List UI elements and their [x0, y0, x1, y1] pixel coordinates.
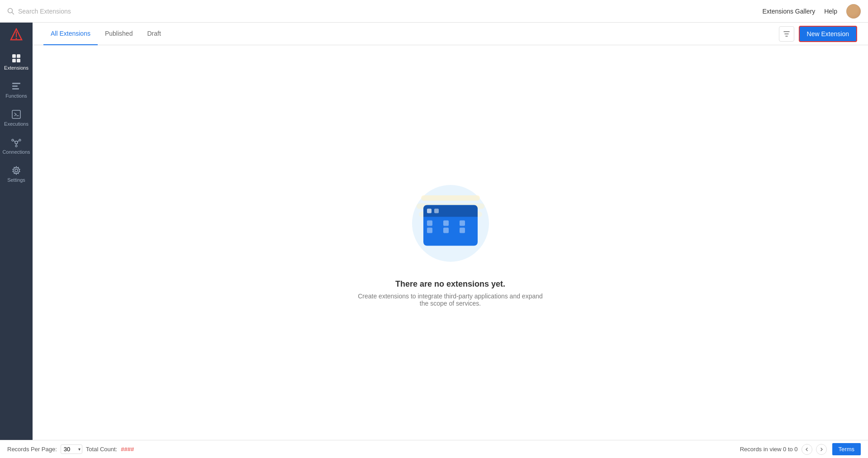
topbar: Extensions Gallery Help — [0, 0, 868, 23]
svg-rect-5 — [12, 54, 16, 58]
terms-button[interactable]: Terms — [832, 443, 861, 455]
sidebar-item-settings[interactable]: Settings — [0, 160, 33, 188]
total-count-label: Total Count: — [86, 446, 117, 453]
footer: Records Per Page: 30 50 100 Total Count:… — [0, 440, 868, 458]
svg-rect-11 — [12, 88, 19, 90]
tabs-bar: All Extensions Published Draft New Exten… — [33, 23, 868, 45]
tabs-right: New Extension — [779, 26, 857, 42]
prev-page-button[interactable] — [802, 444, 812, 455]
executions-label: Executions — [4, 121, 28, 127]
records-per-page-wrap: 30 50 100 — [61, 444, 82, 454]
sidebar: Extensions Functions Execu — [0, 23, 33, 440]
total-count-value: #### — [121, 446, 134, 453]
tab-published[interactable]: Published — [98, 23, 140, 45]
tabs-list: All Extensions Published Draft — [43, 23, 779, 45]
svg-line-1 — [12, 12, 14, 14]
filter-button[interactable] — [779, 26, 794, 42]
empty-state-title: There are no extensions yet. — [395, 279, 505, 289]
records-per-page-label: Records Per Page: — [7, 446, 57, 453]
svg-rect-7 — [12, 59, 16, 62]
records-info: Records in view 0 to 0 — [740, 446, 798, 453]
search-input[interactable] — [18, 8, 759, 15]
svg-point-17 — [15, 145, 17, 147]
sidebar-item-connections[interactable]: Connections — [0, 132, 33, 160]
extensions-icon — [11, 53, 21, 63]
content-area: All Extensions Published Draft New Exten… — [33, 23, 868, 440]
settings-icon — [11, 165, 21, 175]
empty-state: There are no extensions yet. Create exte… — [33, 45, 868, 440]
sidebar-item-extensions[interactable]: Extensions — [0, 48, 33, 76]
svg-point-15 — [12, 139, 14, 141]
functions-icon — [11, 81, 21, 91]
main-layout: Extensions Functions Execu — [0, 23, 868, 440]
sidebar-item-executions[interactable]: Executions — [0, 104, 33, 132]
svg-point-14 — [15, 141, 18, 144]
new-extension-button[interactable]: New Extension — [799, 26, 857, 42]
functions-label: Functions — [5, 93, 27, 99]
avatar[interactable] — [846, 4, 861, 19]
svg-rect-9 — [12, 83, 20, 84]
help-link[interactable]: Help — [824, 8, 837, 15]
empty-state-subtitle: Create extensions to integrate third-par… — [356, 293, 545, 307]
connections-label: Connections — [2, 149, 30, 155]
records-per-page-select[interactable]: 30 50 100 — [61, 444, 82, 454]
topbar-right: Extensions Gallery Help — [762, 4, 861, 19]
search-icon — [7, 8, 14, 15]
settings-label: Settings — [7, 177, 25, 183]
footer-left: Records Per Page: 30 50 100 Total Count:… — [7, 444, 736, 454]
svg-point-4 — [16, 38, 17, 39]
svg-point-21 — [15, 169, 18, 172]
svg-rect-8 — [17, 59, 20, 62]
extensions-label: Extensions — [4, 65, 28, 71]
tab-draft[interactable]: Draft — [140, 23, 168, 45]
empty-illustration — [401, 178, 500, 269]
tab-all-extensions[interactable]: All Extensions — [43, 23, 98, 45]
executions-icon — [11, 109, 21, 119]
next-page-button[interactable] — [816, 444, 827, 455]
extensions-gallery-link[interactable]: Extensions Gallery — [762, 8, 815, 15]
sidebar-item-functions[interactable]: Functions — [0, 76, 33, 104]
logo[interactable] — [7, 26, 25, 44]
svg-rect-10 — [12, 85, 18, 87]
connections-icon — [11, 137, 21, 147]
svg-point-16 — [19, 139, 21, 141]
svg-rect-6 — [17, 54, 20, 58]
footer-right: Records in view 0 to 0 Terms — [740, 443, 861, 455]
